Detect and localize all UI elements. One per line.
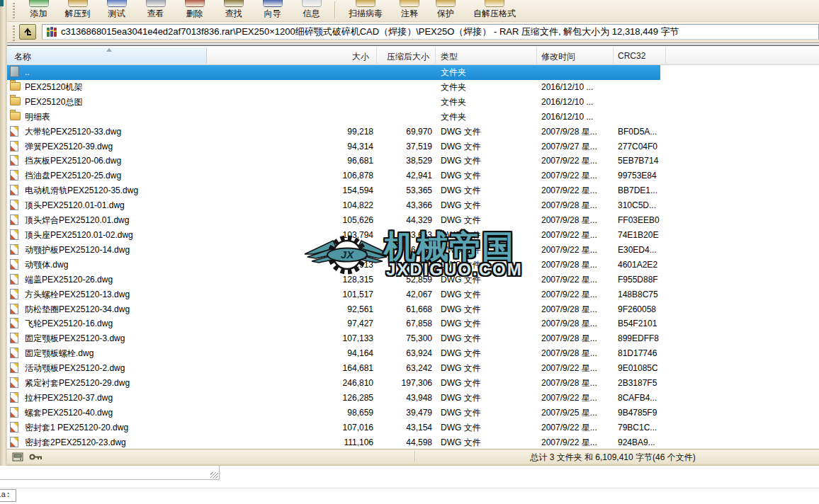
cell-crc: BF0D5A... bbox=[618, 125, 657, 139]
find-icon bbox=[224, 0, 244, 7]
cell-size: 104,913 bbox=[288, 258, 373, 273]
key-icon[interactable] bbox=[29, 453, 43, 461]
cell-name: 飞轮PEX25120-16.dwg bbox=[25, 316, 113, 331]
cell-type: DWG 文件 bbox=[441, 168, 481, 183]
column-header-modified[interactable]: 修改时间 bbox=[537, 47, 614, 64]
toolbar-button-8[interactable]: 信息 bbox=[292, 0, 331, 20]
toolbar-button-7[interactable]: 向导 bbox=[253, 0, 292, 20]
cell-crc: 924BA9... bbox=[618, 435, 655, 450]
toolbar-button-label: 解压到 bbox=[58, 8, 97, 20]
archive-path-field[interactable]: c3136868015ea3041e4ed2af7013f836.rar\PEX… bbox=[42, 24, 819, 40]
file-row[interactable]: 紧定衬套PEX25120-29.dwg246,810197,306DWG 文件2… bbox=[7, 376, 660, 391]
file-row[interactable]: 固定颚板螺栓.dwg94,16463,924DWG 文件2007/9/28 星.… bbox=[7, 346, 660, 361]
toolbar-button-6[interactable]: 查找 bbox=[214, 0, 253, 20]
cell-type: DWG 文件 bbox=[441, 258, 481, 273]
cell-packed: 39,479 bbox=[375, 406, 432, 420]
file-row[interactable]: 端盖PEX25120-26.dwg128,31552,859DWG 文件2007… bbox=[7, 273, 660, 287]
file-row[interactable]: 固定颚板PEX25120-3.dwg107,13375,300DWG 文件200… bbox=[7, 331, 660, 346]
cell-crc: 99753E84 bbox=[618, 168, 657, 183]
cell-crc: 148B8C75 bbox=[618, 287, 658, 302]
cell-modified: 2007/9/28 星... bbox=[541, 302, 597, 317]
toolbar-button-11[interactable]: 保护 bbox=[427, 0, 464, 20]
cell-type: 文件夹 bbox=[441, 95, 466, 110]
cell-modified: 2007/9/22 星... bbox=[541, 435, 597, 450]
cell-type: DWG 文件 bbox=[441, 406, 481, 420]
file-row[interactable]: 挡油盘PEX25120-25.dwg106,87842,941DWG 文件200… bbox=[7, 168, 660, 183]
file-row[interactable]: 挡灰板PEX25120-06.dwg96,68138,529DWG 文件2007… bbox=[7, 154, 660, 168]
toolbar-button-12[interactable]: 自解压格式 bbox=[464, 0, 525, 20]
folder-icon bbox=[10, 95, 21, 105]
file-row[interactable]: 防松垫圈PEX25120-34.dwg92,56161,668DWG 文件200… bbox=[7, 302, 660, 317]
cell-modified: 2007/9/22 星... bbox=[541, 361, 597, 376]
sfx-icon bbox=[485, 0, 504, 7]
column-header-row: 名称 大小 压缩后大小 类型 修改时间 CRC32 bbox=[7, 47, 819, 65]
folder-row[interactable]: PEX25120总图文件夹2016/12/10 ... bbox=[7, 95, 660, 110]
dwg-file-icon bbox=[10, 258, 18, 270]
resize-handle-icon[interactable] bbox=[210, 472, 218, 479]
file-row[interactable]: 螺套PEX25120-40.dwg98,65939,479DWG 文件2007/… bbox=[7, 406, 660, 420]
cell-name: 拉杆PEX25120-37.dwg bbox=[25, 391, 113, 406]
toolbar-button-4[interactable]: 查看 bbox=[136, 0, 175, 20]
file-row[interactable]: 方头螺栓PEX25120-13.dwg101,51742,067DWG 文件20… bbox=[7, 287, 660, 302]
file-row[interactable]: 动颚护板PEX25120-14.dwg113,59846,212DWG 文件20… bbox=[7, 243, 660, 258]
column-header-size[interactable]: 大小 bbox=[207, 47, 377, 64]
toolbar-button-10[interactable]: 注释 bbox=[392, 0, 427, 20]
toolbar-button-2[interactable]: 解压到 bbox=[58, 0, 97, 20]
protect-icon bbox=[436, 0, 456, 7]
sort-ascending-icon bbox=[106, 48, 112, 52]
file-row[interactable]: 顶头焊合PEX25120.01.dwg105,62644,329DWG 文件20… bbox=[7, 213, 660, 228]
file-row[interactable]: 拉杆PEX25120-37.dwg126,28543,948DWG 文件2007… bbox=[7, 391, 660, 406]
file-row[interactable]: 密封套2PEX25120-23.dwg111,10644,598DWG 文件20… bbox=[7, 435, 660, 450]
background-input-fragment[interactable]: 1a: bbox=[0, 489, 16, 502]
dwg-file-icon bbox=[10, 316, 18, 328]
file-row[interactable]: 飞轮PEX25120-16.dwg97,42767,858DWG 文件2007/… bbox=[7, 316, 660, 331]
toolbar-button-label: 保护 bbox=[427, 8, 464, 20]
folder-icon bbox=[10, 80, 21, 91]
cell-modified: 2007/9/27 星... bbox=[541, 139, 597, 154]
status-bar: 总计 3 文件夹 和 6,109,410 字节(46 个文件) bbox=[7, 449, 819, 464]
toolbar-button-1[interactable]: 添加 bbox=[19, 0, 58, 20]
column-header-crc32[interactable]: CRC32 bbox=[614, 47, 666, 64]
file-row[interactable]: 电动机滑轨PEX25120-35.dwg154,59453,365DWG 文件2… bbox=[7, 183, 660, 198]
toolbar-button-label: 删除 bbox=[175, 8, 214, 20]
cell-packed: 45,820 bbox=[375, 258, 432, 273]
file-row[interactable]: 活动颚板PEX25120-2.dwg164,68163,242DWG 文件200… bbox=[7, 361, 660, 376]
drive-icon[interactable] bbox=[12, 452, 23, 462]
toolbar-grip bbox=[13, 3, 15, 18]
toolbar-button-label: 查找 bbox=[214, 8, 253, 20]
up-one-level-button[interactable] bbox=[19, 24, 36, 40]
toolbar-button-3[interactable]: 测试 bbox=[97, 0, 136, 20]
toolbar-button-5[interactable]: 删除 bbox=[175, 0, 214, 20]
cell-type: DWG 文件 bbox=[441, 435, 481, 450]
folder-row[interactable]: 明细表文件夹2016/12/10 ... bbox=[7, 110, 660, 125]
cell-name: PEX25120总图 bbox=[25, 95, 82, 110]
cell-size: 106,878 bbox=[288, 168, 373, 183]
column-header-packed[interactable]: 压缩后大小 bbox=[377, 47, 436, 64]
cell-packed: 43,948 bbox=[375, 391, 432, 406]
cell-name: 动颚护板PEX25120-14.dwg bbox=[25, 243, 130, 258]
cell-crc: E30ED4... bbox=[618, 243, 657, 258]
folder-row[interactable]: ..文件夹 bbox=[7, 65, 660, 80]
panel-divider bbox=[7, 42, 819, 47]
file-row[interactable]: 密封套1 PEX25120-20.dwg107,01643,154DWG 文件2… bbox=[7, 420, 660, 435]
file-row[interactable]: 顶头座PEX25120.01-02.dwg103,79443,653DWG 文件… bbox=[7, 228, 660, 243]
column-header-type[interactable]: 类型 bbox=[436, 47, 537, 64]
file-row[interactable]: 大带轮PEX25120-33.dwg99,21869,970DWG 文件2007… bbox=[7, 125, 660, 139]
cell-type: DWG 文件 bbox=[441, 273, 481, 287]
cell-size: 99,218 bbox=[288, 125, 373, 139]
cell-size: 96,681 bbox=[288, 154, 373, 168]
toolbar-button-9[interactable]: 扫描病毒 bbox=[339, 0, 392, 20]
folder-row[interactable]: PEX25120机架文件夹2016/12/10 ... bbox=[7, 80, 660, 95]
dwg-file-icon bbox=[10, 287, 18, 299]
cell-crc: 2B3187F5 bbox=[618, 376, 657, 391]
file-row[interactable]: 弹簧PEX25120-39.dwg94,31437,519DWG 文件2007/… bbox=[7, 139, 660, 154]
cell-modified: 2007/9/22 星... bbox=[541, 273, 597, 287]
cell-modified: 2007/9/28 星... bbox=[541, 213, 597, 228]
cell-size: 94,164 bbox=[288, 346, 373, 361]
file-row[interactable]: 动颚体.dwg104,91345,820DWG 文件2007/9/28 星...… bbox=[7, 258, 660, 273]
cell-crc: 9B4785F9 bbox=[618, 406, 657, 420]
file-row[interactable]: 顶头PEX25120.01-01.dwg104,82243,366DWG 文件2… bbox=[7, 198, 660, 213]
cell-name: PEX25120机架 bbox=[25, 80, 82, 95]
cell-name: 顶头PEX25120.01-01.dwg bbox=[25, 198, 125, 213]
delete-icon bbox=[185, 0, 205, 7]
